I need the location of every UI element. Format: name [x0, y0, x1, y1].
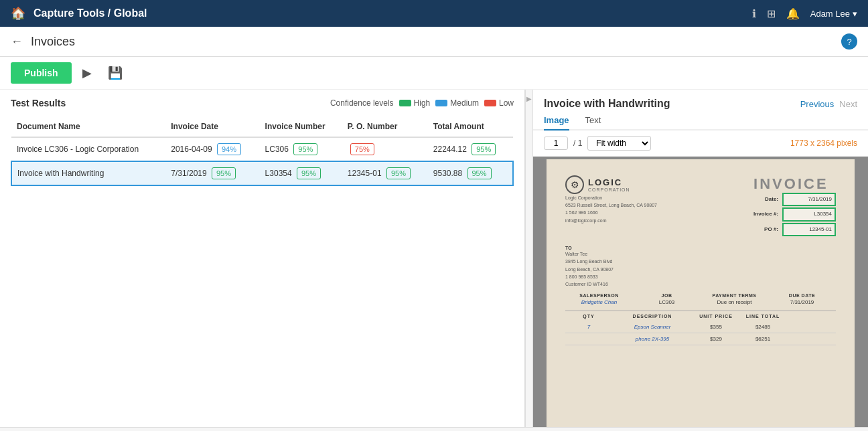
cell-name: Invoice LC306 - Logic Corporation [11, 137, 165, 161]
conf-medium-item: Medium [435, 98, 479, 108]
doc-nav: Previous Next [800, 99, 857, 109]
table-header-row: Document Name Invoice Date Invoice Numbe… [11, 116, 513, 137]
panel-divider[interactable]: ▶ [525, 90, 533, 427]
medium-dot [435, 100, 447, 106]
high-dot [399, 100, 411, 106]
invoice-logo: ⚙ LOGIC CORPORATION Logic Corporation652… [565, 175, 657, 230]
meta-val-3: 7/31/2019 [768, 298, 836, 305]
page-title: Invoices [31, 35, 833, 49]
col-qty: QTY [565, 314, 612, 319]
meta-col-2: PAYMENT TERMS [701, 293, 768, 298]
page-input[interactable] [544, 137, 568, 150]
low-dot [484, 100, 496, 106]
pixels-info: 1773 x 2364 pixels [790, 139, 857, 148]
invoice-num-value: L30354 [782, 207, 836, 221]
to-label: TO [565, 246, 836, 250]
left-panel: Test Results Confidence levels High Medi… [0, 90, 525, 427]
next-button[interactable]: Next [839, 99, 857, 109]
invoice-meta-row: SALESPERSON Bridgette Chan JOB LC303 PAY… [565, 293, 836, 305]
row1-desc: Epson Scanner [612, 324, 693, 330]
back-button[interactable]: ← [11, 35, 23, 49]
tab-text[interactable]: Text [585, 115, 601, 131]
logo-text-block: LOGIC CORPORATION [588, 177, 630, 192]
save-button[interactable]: 💾 [102, 63, 128, 83]
invoice-top: ⚙ LOGIC CORPORATION Logic Corporation652… [565, 175, 836, 238]
total-badge: 95% [467, 167, 492, 179]
conf-low-item: Low [484, 98, 514, 108]
meta-val-2: Due on receipt [701, 298, 768, 305]
doc-image-area[interactable]: ⚙ LOGIC CORPORATION Logic Corporation652… [533, 157, 868, 427]
publish-button[interactable]: Publish [11, 62, 72, 84]
company-name: LOGIC [588, 177, 630, 187]
bottom-scrollbar[interactable] [0, 427, 868, 431]
col-total-amount: Total Amount [428, 116, 513, 137]
po-field: PO #: 12345-01 [753, 223, 836, 236]
high-label: High [414, 98, 431, 108]
cell-po: 75% [342, 137, 428, 161]
meta-col-1: JOB [633, 293, 701, 298]
col-po-number: P. O. Number [342, 116, 428, 137]
page-total: / 1 [573, 139, 582, 148]
cell-po: 12345-01 95% [342, 161, 428, 185]
confidence-levels: Confidence levels High Medium Low [330, 98, 514, 108]
page-header: ← Invoices ? [0, 27, 868, 57]
home-icon[interactable]: 🏠 [11, 6, 25, 21]
company-address: Logic Corporation6523 Russell Street, Lo… [565, 194, 657, 224]
cell-invoice: LC306 95% [260, 137, 342, 161]
invoice-title-block: INVOICE Date: 7/31/2019 Invoice #: L3035… [753, 175, 836, 238]
bell-icon[interactable]: 🔔 [786, 7, 800, 20]
run-button[interactable]: ▶ [77, 63, 97, 83]
invoice-right-info: Date: 7/31/2019 Invoice #: L30354 PO #: … [753, 193, 836, 236]
date-label: Date: [765, 195, 778, 204]
cell-total: 22244.12 95% [428, 137, 513, 161]
invoice-badge: 95% [293, 143, 317, 155]
topbar-title: Capture Tools / Global [33, 7, 744, 19]
topbar-icons: ℹ ⊞ 🔔 Adam Lee ▾ [752, 7, 857, 20]
logo-row: ⚙ LOGIC CORPORATION [565, 175, 657, 194]
meta-duedate: DUE DATE 7/31/2019 [768, 293, 836, 305]
po-value: 12345-01 [782, 223, 836, 236]
invoice-preview: ⚙ LOGIC CORPORATION Logic Corporation652… [547, 159, 855, 427]
col-unit-price: UNIT PRICE [693, 314, 739, 319]
row1-total: $2485 [739, 324, 786, 330]
invoice-to: TO Walter Tee3845 Long Beach BlvdLong Be… [565, 246, 836, 288]
prev-button[interactable]: Previous [800, 99, 835, 109]
cell-name: Invoice with Handwriting [11, 161, 165, 185]
col-line-total: LINE TOTAL [739, 314, 786, 319]
invoice-title: INVOICE [753, 175, 836, 193]
help-button[interactable]: ? [841, 33, 857, 50]
meta-salesperson: SALESPERSON Bridgette Chan [565, 293, 633, 305]
meta-val-0: Bridgette Chan [565, 298, 633, 305]
to-address: Walter Tee3845 Long Beach BlvdLong Beach… [565, 250, 836, 288]
po-label: PO #: [764, 225, 778, 234]
row2-extra [786, 336, 833, 342]
low-label: Low [499, 98, 514, 108]
user-menu[interactable]: Adam Lee ▾ [810, 9, 857, 19]
cell-invoice: L30354 95% [260, 161, 342, 185]
meta-payment: PAYMENT TERMS Due on receipt [701, 293, 768, 305]
confidence-label: Confidence levels [330, 98, 394, 108]
meta-val-1: LC303 [633, 298, 701, 305]
row1-qty: 7 [565, 324, 612, 330]
logo-icon: ⚙ [565, 175, 584, 194]
fit-select[interactable]: Fit width [587, 136, 651, 151]
table-row[interactable]: Invoice with Handwriting7/31/2019 95%L30… [11, 161, 513, 185]
col-document-name: Document Name [11, 116, 165, 137]
doc-toolbar: / 1 Fit width 1773 x 2364 pixels [533, 131, 868, 157]
total-badge: 95% [472, 143, 496, 155]
info-icon[interactable]: ℹ [752, 7, 756, 20]
right-panel: Invoice with Handwriting Previous Next I… [533, 90, 868, 427]
user-chevron-icon: ▾ [853, 9, 857, 19]
row2-desc: phone 2X-395 [612, 336, 693, 342]
col-invoice-date: Invoice Date [165, 116, 259, 137]
tab-image[interactable]: Image [544, 115, 569, 131]
test-results-title: Test Results [11, 98, 330, 108]
topbar: 🏠 Capture Tools / Global ℹ ⊞ 🔔 Adam Lee … [0, 0, 868, 27]
grid-icon[interactable]: ⊞ [767, 7, 776, 20]
medium-label: Medium [450, 98, 479, 108]
table-row[interactable]: Invoice LC306 - Logic Corporation2016-04… [11, 137, 513, 161]
po-badge: 95% [386, 167, 411, 179]
doc-title: Invoice with Handwriting [544, 98, 800, 110]
doc-image-inner: ⚙ LOGIC CORPORATION Logic Corporation652… [533, 157, 868, 427]
invoice-table-header: QTY DESCRIPTION UNIT PRICE LINE TOTAL [565, 311, 836, 321]
